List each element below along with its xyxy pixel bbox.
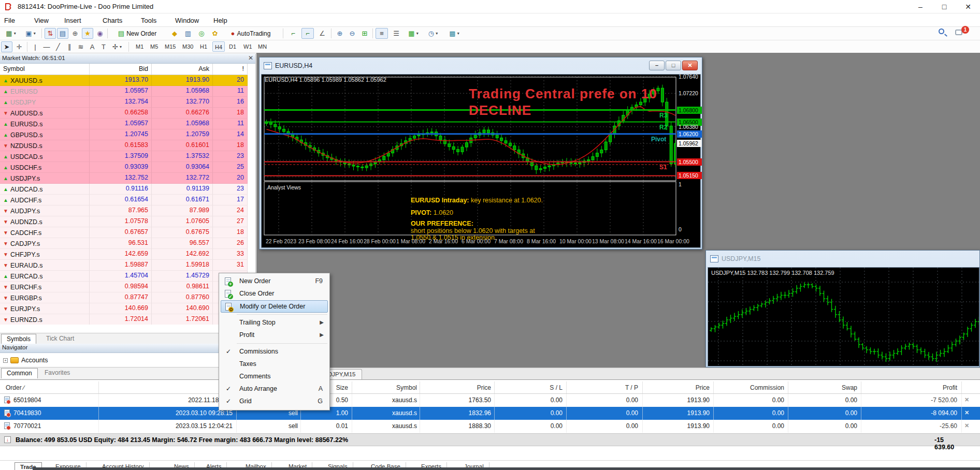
trendline-tool[interactable]: ╱ xyxy=(53,41,63,52)
navigator-toggle[interactable]: ⊕ xyxy=(69,28,81,39)
mw-tab-symbols[interactable]: Symbols xyxy=(1,334,36,344)
chart-close-button[interactable]: ✕ xyxy=(682,61,698,70)
indicators-button[interactable]: ▦▾ xyxy=(405,28,422,39)
zoom-out-button[interactable]: ⊖ xyxy=(347,28,358,39)
t-col-size[interactable]: Size xyxy=(336,384,348,391)
cursor-tool[interactable]: ➤ xyxy=(1,41,12,52)
market-watch-row[interactable]: ▼EURGBP.s0.877470.87760 xyxy=(0,292,248,303)
chart-shift-button[interactable]: ⌐ xyxy=(287,28,299,39)
market-watch-row[interactable]: ▲XAUUSD.s1913.701913.9020 xyxy=(0,75,248,86)
t-col-price[interactable]: Price xyxy=(696,384,710,391)
market-watch-row[interactable]: ▲EURCAD.s1.457041.45729 xyxy=(0,271,248,282)
menu-file[interactable]: File xyxy=(2,16,17,25)
market-watch-row[interactable]: ▼AUDJPY.s87.96587.98924 xyxy=(0,205,248,216)
timeframe-m30[interactable]: M30 xyxy=(180,41,195,52)
menu-view[interactable]: View xyxy=(32,16,51,25)
menu-help[interactable]: Help xyxy=(211,16,229,25)
timeframe-mn[interactable]: MN xyxy=(256,41,269,52)
t-col-tp[interactable]: T / P xyxy=(625,384,638,391)
market-watch-toggle[interactable]: ⇅ xyxy=(45,28,56,39)
vertical-line-tool[interactable]: | xyxy=(30,41,40,52)
close-position-icon[interactable]: ✕ xyxy=(964,396,969,403)
usdjpy-chart-canvas[interactable]: USDJPY,M15 132.783 132.799 132.708 132.7… xyxy=(708,267,979,366)
eurusd-chart-canvas[interactable]: EURUSD,H4 1.05896 1.05989 1.05862 1.0596… xyxy=(261,74,701,248)
menu-tools[interactable]: Tools xyxy=(139,16,158,25)
search-icon[interactable] xyxy=(939,28,944,34)
context-menu-item-grid[interactable]: ✓GridG xyxy=(221,395,328,408)
chart-angle-button[interactable]: ∠ xyxy=(316,28,328,39)
nav-tab-common[interactable]: Common xyxy=(1,368,38,378)
market-watch-row[interactable]: ▲EURUSD.s1.059571.0596811 xyxy=(0,119,248,129)
autotrading-button[interactable]: ●AutoTrading xyxy=(223,28,279,39)
market-watch-row[interactable]: ▲USDCAD.s1.375091.3753223 xyxy=(0,151,248,162)
shapes-tool[interactable]: ✢▾ xyxy=(110,41,124,52)
label-tool[interactable]: T xyxy=(98,41,109,52)
auto-scroll-button[interactable]: ⌐ xyxy=(301,28,314,39)
menu-window[interactable]: Window xyxy=(173,16,201,25)
market-watch-row[interactable]: ▲AUDCHF.s0.616540.6167117 xyxy=(0,195,248,205)
window-minimize-button[interactable]: – xyxy=(909,0,932,13)
market-watch-row[interactable]: ▼CHFJPY.s142.659142.69233 xyxy=(0,249,248,260)
t-col-symbol[interactable]: Symbol xyxy=(396,384,417,391)
timeframe-h1[interactable]: H1 xyxy=(198,41,209,52)
mw-col-bid[interactable]: Bid xyxy=(90,64,152,75)
chart-window-titlebar-inactive[interactable]: USDJPY,M15 xyxy=(707,252,978,266)
market-watch-row[interactable]: ▼AUDNZD.s1.075781.0760527 xyxy=(0,216,248,227)
new-order-button[interactable]: ▤New Order xyxy=(110,28,164,39)
timeframe-m15[interactable]: M15 xyxy=(163,41,178,52)
context-menu-item-profit[interactable]: Profit▶ xyxy=(221,329,328,342)
order-row-70419830[interactable]: 704198302023.03.10 09:28:15sell1.00xauus… xyxy=(0,407,980,420)
candle-chart-button[interactable]: ☰ xyxy=(390,28,402,39)
mw-col-spread[interactable]: ! xyxy=(213,64,248,75)
market-watch-row[interactable]: ▼NZDUSD.s0.615830.6160118 xyxy=(0,140,248,151)
profiles-button[interactable]: ▣▾ xyxy=(22,28,39,39)
market-watch-row[interactable]: ▲USDJPY.s132.752132.77220 xyxy=(0,173,248,184)
order-row-65019804[interactable]: 650198042022.11.18 10:30.50xauusd.s1763.… xyxy=(0,394,980,407)
nav-tab-favorites[interactable]: Favorites xyxy=(39,368,75,378)
crosshair-tool[interactable]: ✛ xyxy=(13,41,25,52)
chart-window-titlebar[interactable]: EURUSD,H4 – □ ✕ xyxy=(261,58,701,73)
timeframe-h4[interactable]: H4 xyxy=(212,41,225,52)
close-position-icon[interactable]: ✕ xyxy=(964,409,969,416)
t-col-order[interactable]: Order ∕ xyxy=(6,384,24,391)
options-icon[interactable]: ✿ xyxy=(209,28,221,39)
mw-col-symbol[interactable]: Symbol xyxy=(0,64,90,75)
market-watch-close-icon[interactable]: ✕ xyxy=(248,54,253,62)
tile-windows-button[interactable]: ⊞ xyxy=(359,28,370,39)
context-menu-item-modify-or-delete-order[interactable]: ✿Modify or Delete Order xyxy=(221,300,328,313)
menu-insert[interactable]: Insert xyxy=(62,16,83,25)
market-watch-row[interactable]: ▼EURAUD.s1.598871.5991831 xyxy=(0,260,248,271)
signals-icon[interactable]: ◎ xyxy=(196,28,207,39)
terminal-toggle[interactable]: ★ xyxy=(82,28,93,39)
channel-tool[interactable]: ∥ xyxy=(64,41,75,52)
text-tool[interactable]: A xyxy=(87,41,97,52)
t-col-profit[interactable]: Profit xyxy=(943,384,957,391)
context-menu-item-trailing-stop[interactable]: Trailing Stop▶ xyxy=(221,317,328,329)
market-watch-row[interactable]: ▲EURUSD1.059571.0596811 xyxy=(0,86,248,97)
timeframe-w1[interactable]: W1 xyxy=(241,41,254,52)
context-menu-item-new-order[interactable]: +New OrderF9 xyxy=(221,275,328,288)
horizontal-line-tool[interactable]: — xyxy=(41,41,52,52)
market-watch-row[interactable]: ▲AUDCAD.s0.911160.9113923 xyxy=(0,184,248,195)
market-watch-row[interactable]: ▼AUDUSD.s0.662580.6627618 xyxy=(0,108,248,119)
navigator-accounts-item[interactable]: + Accounts xyxy=(3,355,48,365)
chart-minimize-button[interactable]: – xyxy=(649,61,665,70)
order-row-70770021[interactable]: 707700212023.03.15 12:04:21sell0.01xauus… xyxy=(0,420,980,433)
market-watch-row[interactable]: ▲USDCHF.s0.930390.9306425 xyxy=(0,162,248,173)
t-col-swap[interactable]: Swap xyxy=(842,384,857,391)
periods-button[interactable]: ◷▾ xyxy=(424,28,442,39)
t-col-price[interactable]: Price xyxy=(477,384,491,391)
market-watch-row[interactable]: ▼CADCHF.s0.676570.6767518 xyxy=(0,227,248,238)
new-chart-button[interactable]: ▦▾ xyxy=(2,28,20,39)
market-watch-row[interactable]: ▲GBPUSD.s1.207451.2075914 xyxy=(0,129,248,140)
market-watch-row[interactable]: ▼EURNZD.s1.720141.72061 xyxy=(0,314,248,325)
gold-icon[interactable]: ◆ xyxy=(169,28,180,39)
window-close-button[interactable]: ✕ xyxy=(956,0,980,13)
fibonacci-tool[interactable]: ≋ xyxy=(76,41,86,52)
window-maximize-button[interactable]: □ xyxy=(932,0,956,13)
templates-button[interactable]: ▩▾ xyxy=(444,28,465,39)
timeframe-d1[interactable]: D1 xyxy=(227,41,238,52)
chart-restore-button[interactable]: □ xyxy=(666,61,681,70)
market-watch-row[interactable]: ▲USDJPY132.754132.77016 xyxy=(0,97,248,108)
context-menu-item-close-order[interactable]: ✓Close Order xyxy=(221,288,328,300)
